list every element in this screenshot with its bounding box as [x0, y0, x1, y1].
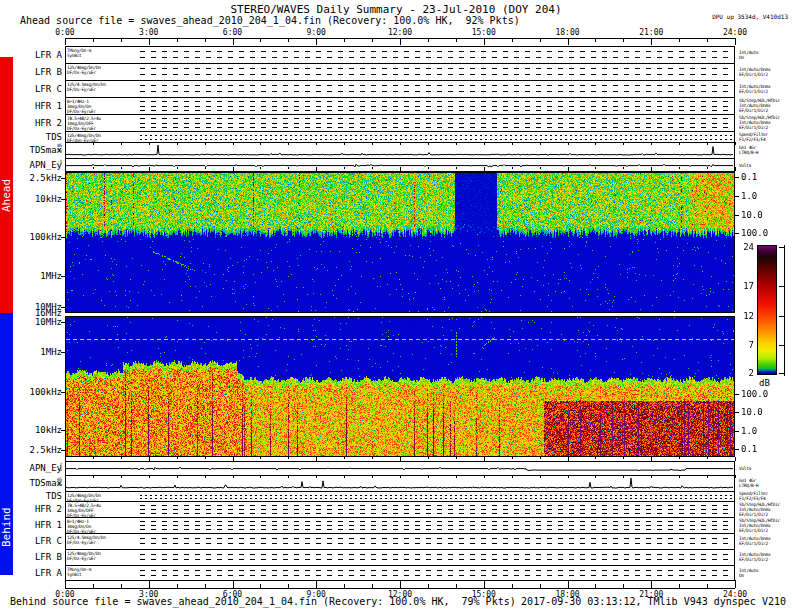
time-axis-label-bottom: 15:00 — [468, 590, 500, 600]
tick-mark — [344, 584, 345, 588]
tick-mark — [623, 38, 624, 42]
receiver-strip-label: LFR A — [2, 568, 62, 578]
tick-mark — [595, 167, 596, 169]
tick-mark — [735, 167, 736, 171]
tick-mark — [344, 457, 345, 459]
tick-mark — [121, 584, 122, 588]
strip-status-line — [140, 74, 734, 75]
strip-status-line — [140, 521, 734, 522]
tick-mark — [93, 584, 94, 588]
strip-status-line — [140, 85, 734, 86]
tick-mark — [568, 38, 569, 45]
strip-status-line — [140, 543, 734, 544]
tick-mark — [372, 38, 373, 42]
strip-config-annotation-right: Int/Auto On — [739, 568, 791, 578]
tick-mark — [679, 38, 680, 42]
strip-config-annotation-right: Sb/Step/H2L/HfDir Int/Auto/Dnmx EF/Dir1/… — [739, 115, 791, 130]
colorbar-tick — [779, 247, 784, 248]
strip-status-line — [140, 101, 734, 102]
receiver-strip-label: TDS — [2, 132, 62, 142]
strip-status-line — [140, 529, 734, 530]
behind-spectrogram-panel — [65, 316, 735, 457]
tick-mark — [568, 457, 569, 461]
strip-status-line — [140, 575, 734, 576]
tick-mark — [512, 38, 513, 42]
strip-config-annotation-inner: 125/4msg/Dn/Dn DF/Dx-Ey/uEr — [67, 551, 101, 561]
tick-mark — [456, 457, 457, 459]
strip-config-annotation-right: Sb/Step/H2L/HfDir Int/Auto/Dnmx EF/Dir1/… — [739, 502, 791, 517]
strip-config-annotation-inner: B+1/4Hz-1 3msg/Dn/Dn DF/Dx-Ey/uEr — [67, 99, 96, 114]
tick-mark — [540, 167, 541, 169]
tick-mark — [233, 38, 234, 45]
strip-divider — [65, 63, 735, 64]
tick-mark — [568, 167, 569, 171]
apn-ey-trace-behind — [66, 462, 734, 474]
tick-mark — [512, 457, 513, 459]
tick-mark — [65, 457, 66, 461]
tick-mark — [121, 38, 122, 42]
tick-mark — [651, 580, 652, 588]
time-axis-label-top: 3:00 — [133, 28, 165, 38]
apn-tick-label: -1 — [40, 159, 62, 164]
strip-config-annotation-right: Speed/Filter F1/F2/F3/F4 — [739, 491, 791, 501]
tick-mark — [400, 580, 401, 588]
colorbar-unit-label: dB — [759, 378, 770, 388]
tick-mark — [679, 457, 680, 459]
tick-mark — [288, 167, 289, 169]
time-axis-label-bottom: 12:00 — [384, 590, 416, 600]
right-axis-label: 0.1 — [741, 172, 757, 182]
tick-mark — [428, 457, 429, 459]
strip-config-annotation-inner: 125/4.5msg/Dn/Dn DF/Dx-Ey/uEr — [67, 535, 106, 545]
tdsmax-tick-label: 65 55 — [40, 477, 62, 487]
right-axis-label: 1.0 — [741, 191, 757, 201]
strip-status-line — [140, 509, 734, 510]
strip-status-line — [140, 570, 734, 571]
tick-mark — [233, 457, 234, 461]
strip-config-annotation-right: Int/Auto/Dnmx EF/Dir1/Dir2 — [739, 536, 791, 546]
strip-status-line — [140, 51, 734, 52]
tick-mark — [93, 38, 94, 42]
strip-status-line — [140, 118, 734, 119]
strip-status-line — [140, 505, 734, 506]
receiver-strip-label: HFR 2 — [2, 504, 62, 514]
tick-mark — [316, 38, 317, 45]
strip-config-annotation-right: Volts — [739, 466, 791, 471]
right-axis-label: 0.1 — [741, 444, 757, 454]
frequency-axis-label: 1MHz — [2, 271, 62, 281]
strip-status-line — [140, 559, 734, 560]
strip-config-annotation-right: Gn1 4Gr LTRQ/B-H — [739, 478, 791, 488]
tick-mark — [316, 580, 317, 588]
time-axis-label-bottom: 3:00 — [133, 590, 165, 600]
tick-mark — [595, 584, 596, 588]
dpu-status: DPU up 3534d, V410d13 — [712, 13, 788, 20]
tick-mark — [735, 475, 736, 478]
strip-config-annotation-right: Volts — [739, 163, 791, 168]
freq-tick — [61, 450, 65, 451]
tick-mark — [484, 38, 485, 45]
time-axis-label-top: 18:00 — [552, 28, 584, 38]
tick-mark — [260, 584, 261, 588]
freq-tick — [735, 196, 739, 197]
freq-tick — [61, 352, 65, 353]
tick-mark — [428, 38, 429, 42]
tick-mark — [651, 457, 652, 461]
strip-divider — [65, 549, 735, 550]
strip-config-annotation-right: Int/Auto/Dnmx EF/Dir1/Dir2 — [739, 552, 791, 562]
strip-config-annotation-right: Speed/Filter F1/F2/F3/F4 — [739, 132, 791, 142]
strip-divider — [65, 114, 735, 115]
strip-status-line — [140, 513, 734, 514]
tick-mark — [288, 457, 289, 459]
strip-divider — [65, 533, 735, 534]
frequency-axis-label: 10MHz — [2, 317, 62, 327]
frequency-axis-label: 2.5kHz — [2, 445, 62, 455]
time-axis-label-bottom: 0:00 — [49, 590, 81, 600]
strip-divider — [65, 517, 735, 518]
tick-mark — [595, 457, 596, 459]
strip-config-annotation-right: Int/Auto On — [739, 50, 791, 60]
tick-mark — [707, 457, 708, 459]
colorbar-bracket — [784, 245, 785, 376]
time-axis-label-bottom: 21:00 — [635, 590, 667, 600]
colorbar-tick-label: 2 — [730, 368, 754, 378]
strip-status-line — [140, 57, 734, 58]
tick-mark — [93, 457, 94, 459]
